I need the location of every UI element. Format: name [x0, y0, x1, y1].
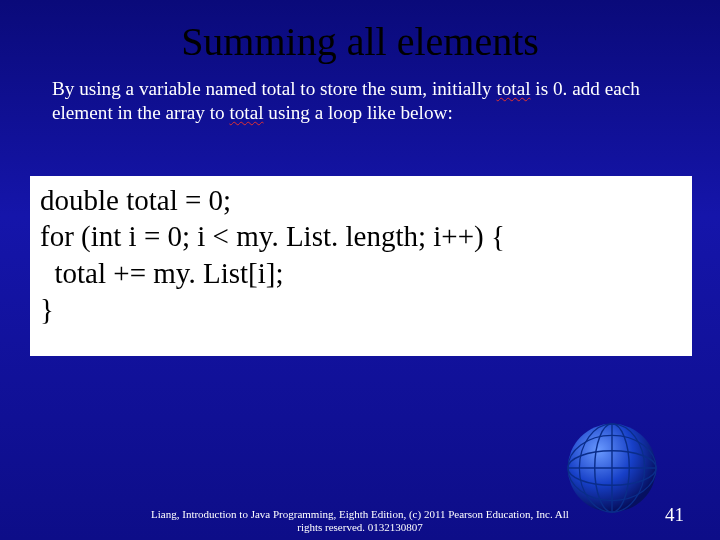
code-block: double total = 0; for (int i = 0; i < my…: [30, 176, 692, 356]
page-number: 41: [665, 504, 684, 526]
spellcheck-word-2: total: [229, 102, 263, 123]
slide-title: Summing all elements: [0, 0, 720, 73]
footer-line-2: rights reserved. 0132130807: [297, 521, 423, 533]
body-paragraph: By using a variable named total to store…: [0, 73, 720, 125]
footer-copyright: Liang, Introduction to Java Programming,…: [0, 508, 720, 534]
body-text-3: using a loop like below:: [264, 102, 453, 123]
globe-icon: [564, 420, 660, 516]
footer-line-1: Liang, Introduction to Java Programming,…: [151, 508, 569, 520]
spellcheck-word-1: total: [496, 78, 530, 99]
body-text-1: By using a variable named total to store…: [52, 78, 496, 99]
slide: Summing all elements By using a variable…: [0, 0, 720, 540]
